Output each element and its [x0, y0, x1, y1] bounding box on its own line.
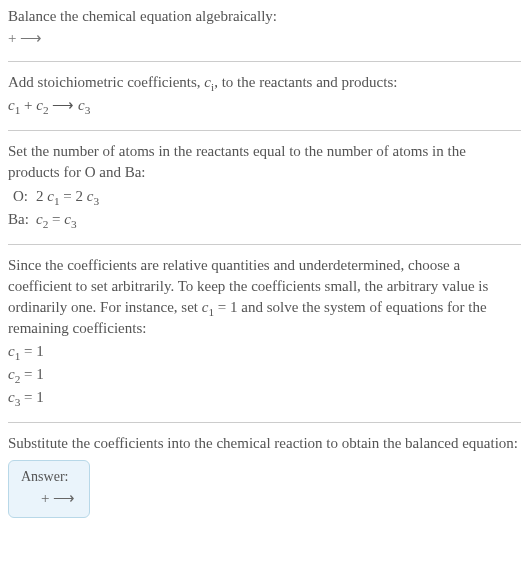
o-rhs-sub: 3: [93, 195, 99, 207]
section-atoms: Set the number of atoms in the reactants…: [8, 141, 521, 230]
stoich-text: Add stoichiometric coefficients, ci, to …: [8, 72, 521, 93]
atom-equations: O: 2 c1 = 2 c3 Ba: c2 = c3: [8, 185, 521, 230]
c3-val: = 1: [20, 389, 43, 405]
substitute-text: Substitute the coefficients into the che…: [8, 433, 521, 454]
coeff-3: c3 = 1: [8, 387, 521, 408]
atom-row-ba: Ba: c2 = c3: [8, 208, 521, 231]
ba-eq: =: [48, 211, 64, 227]
divider-2: [8, 130, 521, 131]
coeff-2: c2 = 1: [8, 364, 521, 385]
atom-row-o: O: 2 c1 = 2 c3: [8, 185, 521, 208]
stoich-equation: c1 + c2 ⟶ c3: [8, 95, 521, 116]
atom-eq-ba: c2 = c3: [36, 208, 77, 231]
answer-label: Answer:: [21, 469, 75, 485]
coeff-1: c1 = 1: [8, 341, 521, 362]
divider-4: [8, 422, 521, 423]
eq-c1: c: [8, 97, 15, 113]
stoich-post: , to the reactants and products:: [214, 74, 397, 90]
eq-c3: c: [78, 97, 85, 113]
section-stoich: Add stoichiometric coefficients, ci, to …: [8, 72, 521, 116]
eq-plus: +: [20, 97, 36, 113]
atoms-text: Set the number of atoms in the reactants…: [8, 141, 521, 183]
answer-content: + ⟶: [21, 489, 75, 507]
ba-rhs-c: c: [64, 211, 71, 227]
o-lhs-c: c: [47, 188, 54, 204]
solve-text: Since the coefficients are relative quan…: [8, 255, 521, 339]
c2-val: = 1: [20, 366, 43, 382]
answer-box: Answer: + ⟶: [8, 460, 90, 518]
atom-eq-o: 2 c1 = 2 c3: [36, 185, 99, 208]
eq-c2: c: [36, 97, 43, 113]
section-solve: Since the coefficients are relative quan…: [8, 255, 521, 408]
ba-rhs-sub: 3: [71, 218, 77, 230]
c2-c: c: [8, 366, 15, 382]
c3-c: c: [8, 389, 15, 405]
reaction-blank: + ⟶: [8, 29, 521, 47]
eq-arrow: ⟶: [49, 97, 79, 113]
c1-val: = 1: [20, 343, 43, 359]
stoich-pre: Add stoichiometric coefficients,: [8, 74, 204, 90]
o-eq: = 2: [60, 188, 87, 204]
section-substitute: Substitute the coefficients into the che…: [8, 433, 521, 454]
o-lhs-coef: 2: [36, 188, 47, 204]
intro-text: Balance the chemical equation algebraica…: [8, 6, 521, 27]
atom-label-ba: Ba:: [8, 208, 36, 231]
divider-3: [8, 244, 521, 245]
c1-c: c: [8, 343, 15, 359]
atom-label-o: O:: [8, 185, 36, 208]
stoich-ci: c: [204, 74, 211, 90]
divider-1: [8, 61, 521, 62]
ba-lhs-c: c: [36, 211, 43, 227]
section-balance-intro: Balance the chemical equation algebraica…: [8, 6, 521, 47]
eq-c3-sub: 3: [85, 104, 91, 116]
